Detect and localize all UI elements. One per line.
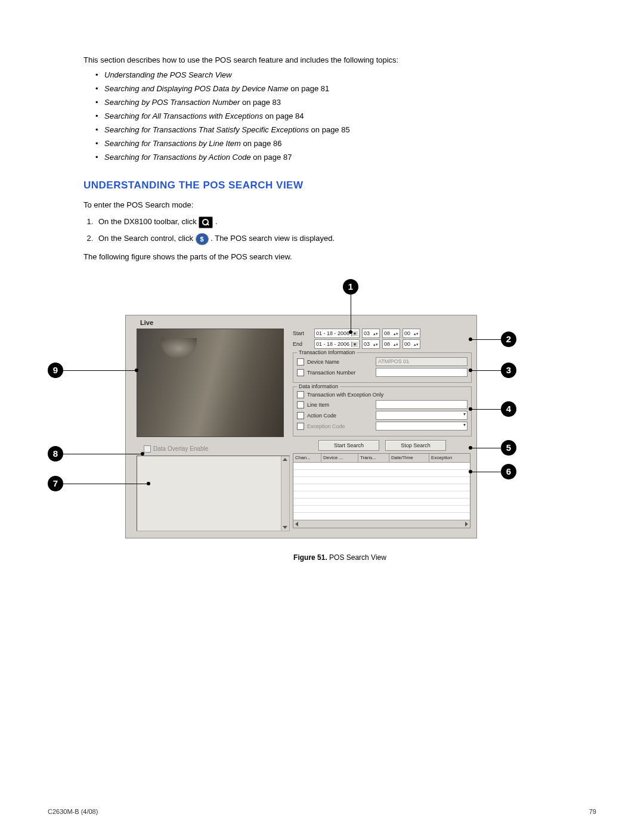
end-date-field[interactable]: 01 - 18 - 2006▾: [314, 339, 360, 349]
callout-6: 6: [501, 464, 516, 479]
callout-lead: [63, 484, 147, 484]
exception-code-row: Exception Code: [297, 422, 467, 431]
callout-dot: [141, 452, 144, 456]
intro-text: This section describes how to use the PO…: [83, 55, 596, 64]
footer-page-number: 79: [589, 808, 596, 815]
col-channel[interactable]: Chan...: [293, 454, 321, 462]
document-page: This section describes how to use the PO…: [0, 0, 644, 833]
callout-2: 2: [501, 332, 516, 347]
device-name-checkbox[interactable]: [297, 358, 304, 366]
search-icon: [199, 216, 213, 228]
callout-dot: [469, 368, 472, 372]
results-table: Chan... Device ... Trans... Date/Time Ex…: [293, 453, 470, 528]
transaction-number-checkbox[interactable]: [297, 369, 304, 376]
callout-7: 7: [48, 476, 63, 491]
callout-lead: [471, 472, 501, 472]
live-label: Live: [140, 319, 153, 326]
minute-spinner[interactable]: 08▴▾: [382, 329, 400, 338]
hour-spinner[interactable]: 03▴▾: [362, 339, 380, 349]
action-code-row: Action Code: [297, 411, 467, 420]
end-date-row: End 01 - 18 - 2006▾ 03▴▾ 08▴▾ 00▴▾: [293, 339, 472, 349]
minute-spinner[interactable]: 08▴▾: [382, 339, 400, 349]
figure-pos-search-view: 9 8 7 1 2 3 4 5 6 Live: [42, 279, 561, 541]
topic-item: Searching for Transactions That Satisfy …: [95, 125, 596, 134]
data-info-group: Data information Transaction with Except…: [293, 386, 472, 436]
transaction-number-field[interactable]: [376, 368, 467, 377]
callout-lead: [471, 370, 501, 371]
hour-spinner[interactable]: 03▴▾: [362, 329, 380, 338]
callout-4: 4: [501, 401, 516, 417]
topic-item: Understanding the POS Search View: [95, 70, 596, 79]
topic-item: Searching by POS Transaction Number on p…: [95, 98, 596, 107]
horizontal-scrollbar[interactable]: [293, 520, 470, 528]
topic-item: Searching and Displaying POS Data by Dev…: [95, 84, 596, 93]
col-datetime[interactable]: Date/Time: [389, 454, 429, 462]
section-heading: UNDERSTANDING THE POS SEARCH VIEW: [83, 179, 596, 191]
enter-line: To enter the POS Search mode:: [83, 200, 596, 209]
topic-item: Searching for Transactions by Action Cod…: [95, 153, 596, 162]
line-item-field[interactable]: [376, 400, 467, 409]
line-item-row: Line Item: [297, 400, 467, 409]
start-date-field[interactable]: 01 - 18 - 2006▾: [314, 329, 360, 338]
device-name-field[interactable]: ATM/POS 01: [376, 357, 467, 366]
results-header: Chan... Device ... Trans... Date/Time Ex…: [293, 454, 470, 463]
callout-lead: [63, 370, 135, 371]
action-code-checkbox[interactable]: [297, 412, 304, 419]
topic-item: Searching for Transactions by Line Item …: [95, 139, 596, 148]
step-1: On the DX8100 toolbar, click .: [95, 216, 596, 228]
exception-only-checkbox[interactable]: [297, 391, 304, 398]
callout-5: 5: [501, 440, 516, 456]
callout-8: 8: [48, 446, 63, 462]
topic-item: Searching for All Transactions with Exce…: [95, 112, 596, 120]
button-row: Start Search Stop Search: [293, 440, 472, 451]
video-pane: [137, 329, 284, 437]
transaction-info-group: Transaction Information Device Name ATM/…: [293, 352, 472, 383]
device-name-row: Device Name ATM/POS 01: [297, 357, 467, 366]
callout-lead: [63, 454, 141, 454]
results-rows: [293, 463, 470, 520]
callout-9: 9: [48, 363, 63, 378]
callout-dot: [469, 470, 472, 473]
scrollbar[interactable]: [281, 456, 289, 531]
action-code-dropdown[interactable]: [376, 411, 467, 420]
callout-1: 1: [343, 279, 358, 295]
text-pane: [137, 456, 290, 531]
exception-code-checkbox[interactable]: [297, 423, 304, 430]
steps-list: On the DX8100 toolbar, click . On the Se…: [95, 216, 596, 245]
col-device[interactable]: Device ...: [321, 454, 358, 462]
step-2: On the Search control, click . The POS s…: [95, 233, 596, 245]
callout-lead: [471, 339, 501, 340]
callout-dot: [135, 368, 138, 372]
callout-lead: [471, 448, 501, 448]
topics-list: Understanding the POS Search View Search…: [95, 70, 596, 162]
callout-lead: [351, 295, 351, 330]
data-overlay-enable-checkbox[interactable]: Data Overlay Enable: [144, 445, 208, 453]
line-item-checkbox[interactable]: [297, 401, 304, 408]
callout-dot: [469, 407, 472, 411]
callout-dot: [147, 482, 150, 485]
figure-caption: Figure 51. POS Search View: [83, 553, 596, 562]
callout-dot: [469, 337, 472, 341]
col-exception[interactable]: Exception: [429, 454, 470, 462]
stop-search-button[interactable]: Stop Search: [385, 440, 446, 451]
app-window: Live Data Overlay Enable Start 01 - 18 -…: [125, 315, 477, 538]
start-search-button[interactable]: Start Search: [318, 440, 379, 451]
callout-3: 3: [501, 363, 516, 378]
search-controls-panel: Start 01 - 18 - 2006▾ 03▴▾ 08▴▾ 00▴▾ End…: [293, 327, 472, 528]
callout-lead: [471, 409, 501, 410]
page-footer: C2630M-B (4/08) 79: [48, 808, 596, 815]
transaction-number-row: Transaction Number: [297, 368, 467, 377]
col-trans[interactable]: Trans...: [358, 454, 389, 462]
start-date-row: Start 01 - 18 - 2006▾ 03▴▾ 08▴▾ 00▴▾: [293, 329, 472, 338]
second-spinner[interactable]: 00▴▾: [402, 329, 420, 338]
checkbox-icon: [144, 445, 151, 453]
exception-code-dropdown[interactable]: [376, 422, 467, 431]
callout-dot: [349, 330, 352, 334]
callout-dot: [469, 446, 472, 450]
follow-para: The following figure shows the parts of …: [83, 252, 596, 261]
dollar-icon: [196, 233, 209, 245]
second-spinner[interactable]: 00▴▾: [402, 339, 420, 349]
exception-only-row: Transaction with Exception Only: [297, 391, 467, 398]
footer-doc-id: C2630M-B (4/08): [48, 808, 98, 815]
